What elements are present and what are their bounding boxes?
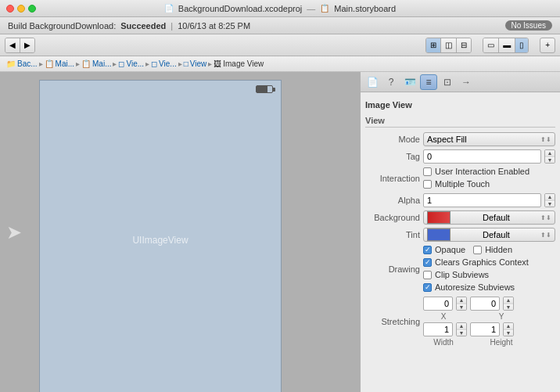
hidden-row: Hidden	[473, 245, 512, 254]
alpha-stepper-up[interactable]: ▲	[545, 194, 555, 200]
tab-connections[interactable]: →	[458, 74, 475, 90]
background-select[interactable]: Default ⬆⬇	[423, 210, 555, 225]
debug-button[interactable]: ▬	[499, 38, 515, 52]
stretching-row: Stretching ▲ ▼ ▲ ▼	[365, 297, 555, 347]
sx-down[interactable]: ▼	[457, 304, 466, 310]
canvas-area: ➤ UIImageView	[0, 72, 360, 392]
inspector-title: Image View	[365, 99, 555, 113]
scheme-button[interactable]: +	[540, 38, 555, 53]
sy-down[interactable]: ▼	[504, 304, 513, 310]
tint-select[interactable]: Default ⬆⬇	[423, 228, 555, 242]
bc-icon-1: 📋	[45, 59, 54, 68]
inspector-section: View	[365, 116, 555, 128]
breadcrumb-item-5[interactable]: □ View	[184, 59, 207, 68]
tag-stepper[interactable]: ▲ ▼	[544, 149, 555, 164]
drawing-row: Drawing ✓ Opaque Hidden ✓	[365, 245, 555, 293]
title-bar: 📄 BackgroundDownload.xcodeproj — 📋 Main.…	[0, 0, 560, 17]
sy-up[interactable]: ▲	[504, 297, 513, 304]
sh-up[interactable]: ▲	[504, 323, 513, 329]
user-interaction-checkbox[interactable]	[423, 167, 432, 176]
height-col-label: Height	[481, 338, 522, 347]
clears-graphics-row: ✓ Clears Graphics Context	[423, 257, 529, 267]
sw-up[interactable]: ▲	[457, 323, 466, 329]
version-editor-button[interactable]: ⊟	[457, 38, 471, 52]
mode-row: Mode Aspect Fill ⬆⬇	[365, 132, 555, 146]
opaque-checkbox[interactable]: ✓	[423, 246, 432, 254]
y-col-label: Y	[481, 312, 522, 321]
tint-label: Tint	[365, 230, 420, 239]
tag-field[interactable]	[423, 149, 541, 164]
stretching-label: Stretching	[365, 317, 420, 326]
stretch-h-stepper[interactable]: ▲ ▼	[503, 322, 514, 336]
tab-identity[interactable]: 🪪	[401, 74, 418, 90]
mode-select[interactable]: Aspect Fill ⬆⬇	[423, 132, 555, 146]
inspector-button[interactable]: ▯	[515, 38, 528, 52]
stretch-w-stepper[interactable]: ▲ ▼	[456, 322, 467, 336]
inspector-tabs: 📄 ? 🪪 ≡ ⊡ →	[361, 72, 560, 92]
breadcrumb-item-3[interactable]: ◻ Vie...	[118, 59, 144, 68]
right-panel: 📄 ? 🪪 ≡ ⊡ → Image View View Mode Aspect …	[360, 72, 560, 392]
breadcrumb-item-6: 🖼 Image View	[214, 59, 264, 68]
editor-group[interactable]: ⊞ ◫ ⊟	[425, 38, 472, 53]
tab-file[interactable]: 📄	[364, 74, 381, 90]
sw-down[interactable]: ▼	[457, 329, 466, 336]
tag-label: Tag	[365, 152, 420, 161]
x-col-label: X	[423, 312, 464, 321]
stretch-h-field[interactable]	[470, 322, 500, 336]
build-action: Build BackgroundDownload:	[8, 21, 116, 31]
alpha-stepper-down[interactable]: ▼	[545, 200, 555, 207]
minimize-button[interactable]	[17, 5, 25, 13]
autoresize-row: ✓ Autoresize Subviews	[423, 282, 529, 292]
drawing-label: Drawing	[365, 264, 420, 274]
standard-editor-button[interactable]: ⊞	[426, 38, 441, 52]
breadcrumb-item-0[interactable]: 📁 Bac...	[6, 59, 38, 68]
breadcrumb-item-4[interactable]: ◻ Vie...	[151, 59, 177, 68]
tab-quickhelp[interactable]: ?	[382, 74, 400, 90]
tint-select-arrow: ⬆⬇	[540, 232, 551, 239]
assistant-editor-button[interactable]: ◫	[441, 38, 457, 52]
device-frame: UIImageView	[39, 80, 282, 392]
title-file1: BackgroundDownload.xcodeproj	[178, 4, 302, 13]
tab-attributes[interactable]: ≡	[420, 74, 437, 90]
clip-subviews-checkbox[interactable]	[423, 271, 432, 279]
maximize-button[interactable]	[28, 5, 36, 13]
mode-select-arrow: ⬆⬇	[540, 136, 551, 143]
stretch-x-field[interactable]	[423, 297, 453, 311]
stretch-y-field[interactable]	[470, 297, 500, 311]
clip-subviews-row: Clip Subviews	[423, 270, 529, 279]
storyboard-icon: 📋	[320, 4, 329, 13]
inspector-content: Image View View Mode Aspect Fill ⬆⬇ Tag …	[361, 92, 560, 392]
xcodeproj-icon: 📄	[164, 4, 174, 13]
hidden-checkbox[interactable]	[473, 246, 482, 254]
close-button[interactable]	[6, 5, 14, 13]
tag-stepper-up[interactable]: ▲	[545, 150, 555, 156]
stretch-y-stepper[interactable]: ▲ ▼	[503, 297, 514, 311]
tag-row: Tag ▲ ▼	[365, 149, 555, 164]
forward-button[interactable]: ▶	[20, 38, 34, 52]
arrow-indicator: ➤	[6, 221, 22, 243]
alpha-field[interactable]	[423, 193, 541, 207]
toolbar: ◀ ▶ ⊞ ◫ ⊟ ▭ ▬ ▯ +	[0, 34, 560, 56]
stretch-w-field[interactable]	[423, 322, 453, 336]
autoresize-checkbox[interactable]: ✓	[423, 283, 432, 292]
clears-graphics-checkbox[interactable]: ✓	[423, 258, 432, 267]
navigator-button[interactable]: ▭	[483, 38, 499, 52]
tab-size[interactable]: ⊡	[439, 74, 456, 90]
stretch-x-stepper[interactable]: ▲ ▼	[456, 297, 467, 311]
bc-icon-2: 📋	[81, 59, 91, 68]
tag-stepper-down[interactable]: ▼	[545, 156, 555, 163]
alpha-stepper[interactable]: ▲ ▼	[544, 193, 555, 207]
sx-up[interactable]: ▲	[457, 297, 466, 304]
breadcrumb: 📁 Bac... ▸ 📋 Mai... ▸ 📋 Mai... ▸ ◻ Vie..…	[0, 56, 560, 72]
interaction-label: Interaction	[365, 174, 420, 183]
breadcrumb-item-1[interactable]: 📋 Mai...	[45, 59, 74, 68]
tint-swatch	[427, 228, 451, 241]
sh-down[interactable]: ▼	[504, 329, 513, 336]
window-title: 📄 BackgroundDownload.xcodeproj — 📋 Main.…	[164, 4, 396, 13]
breadcrumb-item-2[interactable]: 📋 Mai...	[81, 59, 111, 68]
multiple-touch-checkbox[interactable]	[423, 180, 432, 189]
nav-buttons[interactable]: ◀ ▶	[5, 38, 35, 53]
view-group[interactable]: ▭ ▬ ▯	[483, 38, 529, 53]
back-button[interactable]: ◀	[5, 38, 20, 52]
bc-icon-4: ◻	[151, 59, 157, 68]
